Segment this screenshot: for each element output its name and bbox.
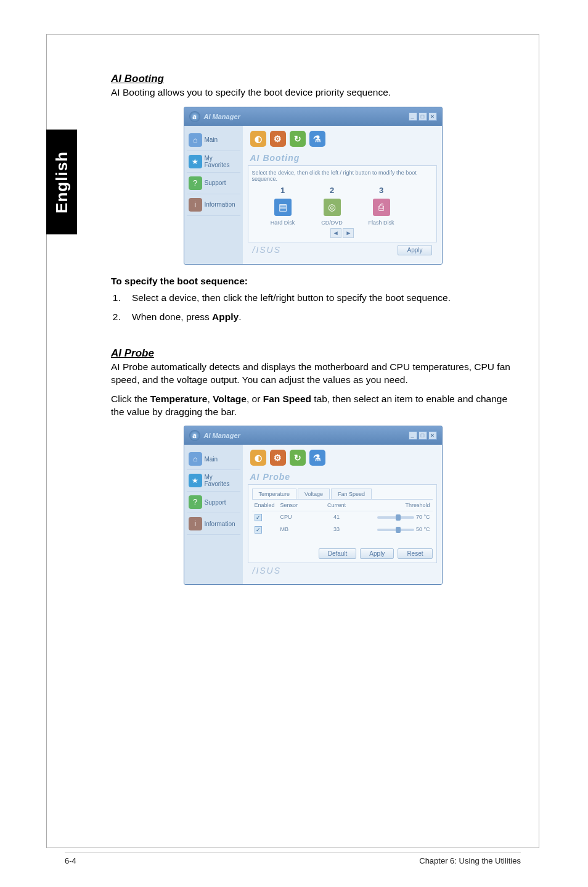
sidebar-item-label: Information	[205, 201, 235, 208]
threshold-slider[interactable]	[377, 529, 414, 531]
close-button[interactable]: ×	[428, 112, 437, 121]
boot-priority-number: 2	[314, 186, 351, 195]
asus-mark: /ISUS	[253, 245, 282, 255]
ai-toolbar: ◐ ⚙ ↻ ⚗	[248, 130, 437, 152]
enable-checkbox[interactable]: ✓	[255, 514, 262, 521]
boot-device-label: Flash Disk	[363, 220, 400, 226]
hard-disk-icon: ▤	[274, 199, 292, 216]
sidebar-item-support[interactable]: ? Support	[187, 173, 240, 194]
window-titlebar[interactable]: a AI Manager _ □ ×	[184, 426, 442, 445]
probe-row: ✓ MB 33 50 °C	[252, 524, 433, 536]
boot-priority-number: 3	[363, 186, 400, 195]
language-side-tab: English	[46, 130, 77, 234]
ai-probe-icon[interactable]: ⚗	[309, 450, 325, 466]
page-number: 6-4	[65, 856, 76, 865]
boot-column-1[interactable]: 1 ▤ Hard Disk	[264, 186, 301, 226]
favorites-icon: ★	[189, 474, 202, 487]
ai-gear-icon[interactable]: ⚙	[270, 450, 286, 466]
col-threshold: Threshold	[359, 500, 433, 511]
apply-button[interactable]: Apply	[398, 245, 431, 255]
sidebar-item-information[interactable]: i Information	[187, 513, 240, 535]
sidebar-item-main[interactable]: ⌂ Main	[187, 130, 240, 151]
enable-checkbox[interactable]: ✓	[255, 526, 262, 534]
probe-row: ✓ CPU 41 70 °C	[252, 511, 433, 524]
tab-voltage[interactable]: Voltage	[298, 489, 330, 499]
booting-panel: Select the device, then click the left /…	[248, 165, 437, 242]
booting-panel-title: AI Booting	[248, 152, 437, 165]
support-icon: ?	[189, 176, 202, 190]
boot-device-label: Hard Disk	[264, 220, 301, 226]
col-enabled: Enabled	[252, 500, 278, 511]
sidebar-item-favorites[interactable]: ★ My Favorites	[187, 151, 240, 173]
sidebar-item-label: Main	[205, 136, 218, 143]
sidebar-item-label: My Favorites	[205, 155, 239, 168]
sidebar-item-main[interactable]: ⌂ Main	[187, 448, 240, 470]
boot-priority-number: 1	[264, 186, 301, 195]
section1-title: AI Booting	[111, 73, 515, 85]
sidebar-item-label: Support	[205, 499, 226, 506]
maximize-button[interactable]: □	[419, 112, 427, 121]
page-footer: 6-4 Chapter 6: Using the Utilities	[65, 852, 521, 865]
ai-disk-icon[interactable]: ◐	[250, 131, 266, 147]
threshold-slider[interactable]	[377, 516, 414, 519]
boot-column-2[interactable]: 2 ◎ CD/DVD	[314, 186, 351, 226]
language-label: English	[52, 151, 71, 213]
sensor-name: CPU	[278, 511, 315, 524]
threshold-value: 70 °C	[416, 514, 430, 520]
reset-button[interactable]: Reset	[398, 548, 432, 559]
default-button[interactable]: Default	[319, 548, 357, 559]
sensor-name: MB	[278, 524, 315, 536]
tab-temperature[interactable]: Temperature	[252, 489, 297, 499]
app-logo-icon: a	[189, 430, 200, 441]
sidebar-item-label: Information	[205, 521, 235, 527]
section2-title: AI Probe	[111, 347, 515, 360]
section2-desc: AI Probe automatically detects and displ…	[111, 361, 515, 387]
ai-toolbar: ◐ ⚙ ↻ ⚗	[248, 448, 437, 471]
move-right-button[interactable]: ►	[343, 228, 354, 238]
ai-sidebar: ⌂ Main ★ My Favorites ? Support i Inform…	[184, 126, 243, 264]
main-icon: ⌂	[189, 452, 202, 466]
probe-panel: Temperature Voltage Fan Speed Enabled Se…	[248, 484, 437, 563]
section1-step2: When done, press Apply.	[123, 311, 515, 324]
sensor-current: 41	[315, 511, 359, 524]
main-icon: ⌂	[189, 133, 202, 147]
ai-booting-icon[interactable]: ↻	[290, 131, 306, 147]
information-icon: i	[189, 517, 202, 530]
ai-manager-window-probe: a AI Manager _ □ × ⌂ Main ★ My Favorites	[184, 426, 443, 585]
sidebar-item-label: Main	[205, 456, 218, 463]
page-content: AI Booting AI Booting allows you to spec…	[111, 73, 515, 585]
threshold-value: 50 °C	[416, 526, 430, 532]
col-sensor: Sensor	[278, 500, 315, 511]
sidebar-item-label: My Favorites	[205, 474, 239, 487]
window-title: AI Manager	[204, 432, 240, 439]
ai-disk-icon[interactable]: ◐	[250, 450, 266, 466]
window-titlebar[interactable]: a AI Manager _ □ ×	[184, 107, 442, 126]
sensor-current: 33	[315, 524, 359, 536]
minimize-button[interactable]: _	[409, 112, 417, 121]
support-icon: ?	[189, 495, 202, 509]
chapter-label: Chapter 6: Using the Utilities	[419, 856, 521, 865]
section2-instruction: Click the Temperature, Voltage, or Fan S…	[111, 393, 515, 419]
section1-subheading: To specify the boot sequence:	[111, 276, 515, 287]
window-title: AI Manager	[204, 113, 240, 120]
asus-mark: /ISUS	[253, 566, 282, 576]
probe-panel-title: AI Probe	[248, 471, 437, 484]
apply-button[interactable]: Apply	[360, 548, 394, 559]
sidebar-item-favorites[interactable]: ★ My Favorites	[187, 470, 240, 492]
tab-fan-speed[interactable]: Fan Speed	[331, 489, 372, 499]
move-left-button[interactable]: ◄	[330, 228, 341, 238]
cd-dvd-icon: ◎	[324, 199, 341, 216]
favorites-icon: ★	[189, 155, 202, 168]
maximize-button[interactable]: □	[419, 431, 427, 440]
ai-gear-icon[interactable]: ⚙	[270, 131, 286, 147]
sidebar-item-information[interactable]: i Information	[187, 194, 240, 216]
col-current: Current	[315, 500, 359, 511]
app-logo-icon: a	[189, 111, 200, 122]
close-button[interactable]: ×	[428, 431, 437, 440]
boot-column-3[interactable]: 3 ⎙ Flash Disk	[363, 186, 400, 226]
minimize-button[interactable]: _	[409, 431, 417, 440]
sidebar-item-label: Support	[205, 179, 226, 186]
sidebar-item-support[interactable]: ? Support	[187, 492, 240, 513]
ai-booting-icon[interactable]: ↻	[290, 450, 306, 466]
ai-probe-icon[interactable]: ⚗	[309, 131, 325, 147]
